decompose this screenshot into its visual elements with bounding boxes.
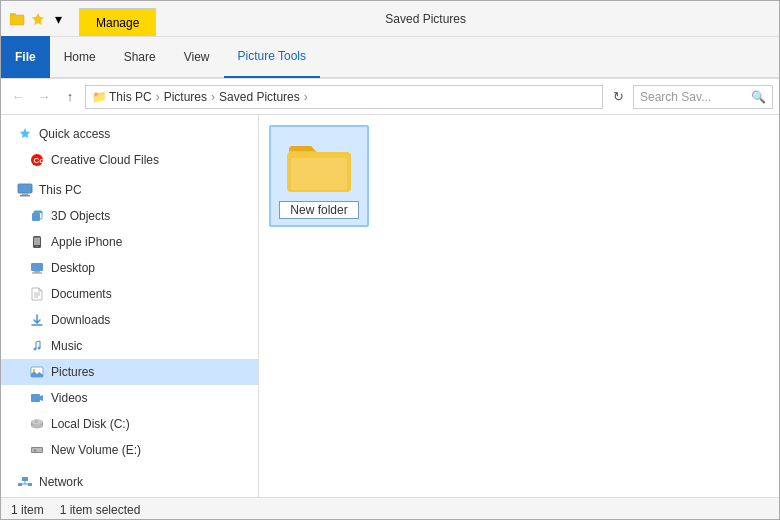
- videos-icon: [29, 390, 45, 406]
- refresh-button[interactable]: ↻: [607, 86, 629, 108]
- videos-label: Videos: [51, 391, 87, 405]
- local-disk-c-label: Local Disk (C:): [51, 417, 130, 431]
- main-layout: Quick access Cc Creative Cloud Files: [1, 115, 779, 497]
- path-folder-icon: 📁: [92, 90, 107, 104]
- path-pictures[interactable]: Pictures: [164, 90, 207, 104]
- desktop-icon: [29, 260, 45, 276]
- quick-access-label: Quick access: [39, 127, 110, 141]
- ribbon-view-tab[interactable]: View: [170, 36, 224, 78]
- ribbon-file-tab[interactable]: File: [1, 36, 50, 78]
- svg-point-22: [34, 348, 37, 351]
- address-path[interactable]: 📁 This PC › Pictures › Saved Pictures ›: [85, 85, 603, 109]
- documents-label: Documents: [51, 287, 112, 301]
- sidebar-item-downloads[interactable]: Downloads: [1, 307, 258, 333]
- sidebar-item-music[interactable]: Music: [1, 333, 258, 359]
- separator3: ›: [304, 90, 308, 104]
- folder-new-folder[interactable]: New folder: [269, 125, 369, 227]
- desktop-label: Desktop: [51, 261, 95, 275]
- folder-name: New folder: [279, 201, 359, 219]
- svg-rect-5: [18, 184, 32, 193]
- sidebar-item-local-disk-c[interactable]: C: Local Disk (C:): [1, 411, 258, 437]
- sidebar-item-apple-iphone[interactable]: Apple iPhone: [1, 229, 258, 255]
- status-bar: 1 item 1 item selected: [1, 497, 779, 520]
- sidebar-item-videos[interactable]: Videos: [1, 385, 258, 411]
- selected-count: 1 item selected: [60, 503, 141, 517]
- svg-point-25: [33, 369, 35, 371]
- music-label: Music: [51, 339, 82, 353]
- this-pc-label: This PC: [39, 183, 82, 197]
- address-bar: ← → ↑ 📁 This PC › Pictures › Saved Pictu…: [1, 79, 779, 115]
- back-button[interactable]: ←: [7, 86, 29, 108]
- music-icon: [29, 338, 45, 354]
- search-box[interactable]: Search Sav... 🔍: [633, 85, 773, 109]
- creative-cloud-label: Creative Cloud Files: [51, 153, 159, 167]
- chevron-down-icon[interactable]: ▾: [49, 10, 67, 28]
- search-text: Search Sav...: [640, 90, 747, 104]
- svg-rect-26: [31, 394, 40, 402]
- sidebar-item-creative-cloud[interactable]: Cc Creative Cloud Files: [1, 147, 258, 173]
- svg-rect-13: [34, 238, 40, 246]
- titlebar-icons: ▾: [9, 10, 67, 28]
- svg-text:C:: C:: [35, 420, 39, 424]
- pictures-label: Pictures: [51, 365, 94, 379]
- svg-rect-11: [34, 211, 42, 213]
- folder-icon-small: [9, 10, 27, 28]
- quick-access-sidebar-icon: [17, 126, 33, 142]
- apple-iphone-icon: [29, 234, 45, 250]
- folder-icon-wrap: [283, 133, 355, 197]
- apple-iphone-label: Apple iPhone: [51, 235, 122, 249]
- sidebar-item-network[interactable]: Network: [1, 469, 258, 495]
- svg-point-14: [36, 246, 38, 248]
- network-label: Network: [39, 475, 83, 489]
- downloads-icon: [29, 312, 45, 328]
- creative-cloud-icon: Cc: [29, 152, 45, 168]
- svg-text:Cc: Cc: [34, 156, 45, 165]
- local-disk-c-icon: C:: [29, 416, 45, 432]
- documents-icon: [29, 286, 45, 302]
- quick-access-icon: [29, 10, 47, 28]
- sidebar-item-pictures[interactable]: Pictures: [1, 359, 258, 385]
- sidebar-item-desktop[interactable]: Desktop: [1, 255, 258, 281]
- ribbon-share-tab[interactable]: Share: [110, 36, 170, 78]
- file-area[interactable]: New folder: [259, 115, 779, 497]
- sidebar-item-3d-objects[interactable]: 3D Objects: [1, 203, 258, 229]
- 3d-objects-label: 3D Objects: [51, 209, 110, 223]
- search-icon[interactable]: 🔍: [751, 90, 766, 104]
- path-this-pc[interactable]: This PC: [109, 90, 152, 104]
- svg-rect-8: [20, 195, 30, 197]
- ribbon-home-tab[interactable]: Home: [50, 36, 110, 78]
- downloads-label: Downloads: [51, 313, 110, 327]
- network-icon: [17, 474, 33, 490]
- sidebar: Quick access Cc Creative Cloud Files: [1, 115, 259, 497]
- title-bar-title: Saved Pictures: [80, 12, 771, 26]
- this-pc-icon: [17, 182, 33, 198]
- svg-rect-9: [32, 213, 40, 221]
- svg-rect-7: [22, 193, 28, 195]
- item-count: 1 item: [11, 503, 44, 517]
- svg-rect-16: [34, 271, 40, 273]
- 3d-objects-icon: [29, 208, 45, 224]
- new-volume-e-label: New Volume (E:): [51, 443, 141, 457]
- ribbon: File Home Share View Picture Tools: [1, 37, 779, 79]
- pictures-icon: [29, 364, 45, 380]
- svg-rect-15: [31, 263, 43, 271]
- svg-rect-35: [22, 477, 28, 481]
- svg-rect-17: [32, 273, 42, 274]
- path-saved-pictures[interactable]: Saved Pictures: [219, 90, 300, 104]
- sidebar-item-new-volume-e[interactable]: E: New Volume (E:): [1, 437, 258, 463]
- forward-button[interactable]: →: [33, 86, 55, 108]
- svg-point-23: [38, 347, 41, 350]
- sidebar-item-documents[interactable]: Documents: [1, 281, 258, 307]
- up-button[interactable]: ↑: [59, 86, 81, 108]
- separator2: ›: [211, 90, 215, 104]
- new-volume-e-icon: E:: [29, 442, 45, 458]
- sidebar-item-quick-access[interactable]: Quick access: [1, 121, 258, 147]
- title-bar: ▾ Manage Saved Pictures: [1, 1, 779, 37]
- sidebar-item-this-pc[interactable]: This PC: [1, 177, 258, 203]
- svg-text:E:: E:: [34, 449, 37, 453]
- ribbon-picture-tools-tab[interactable]: Picture Tools: [224, 36, 320, 78]
- separator1: ›: [156, 90, 160, 104]
